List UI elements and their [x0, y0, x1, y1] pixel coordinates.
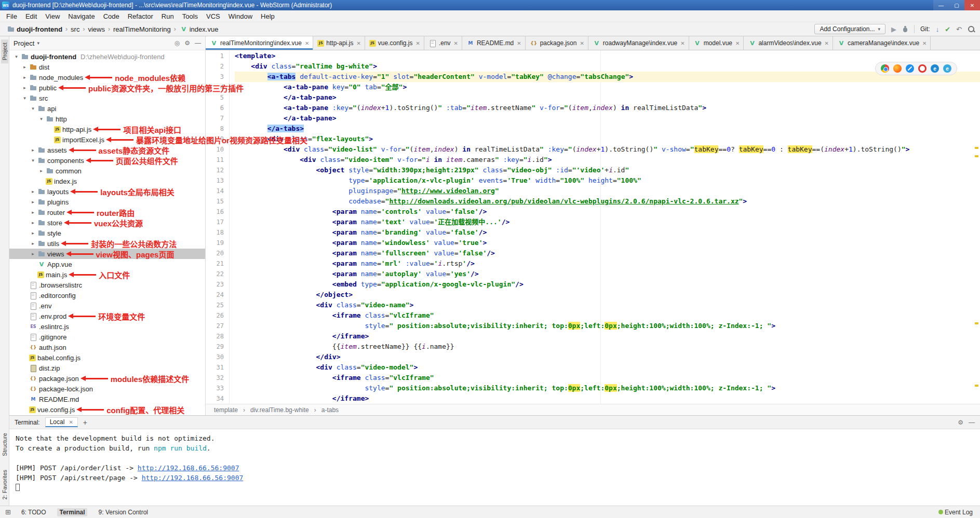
tree-item-public[interactable]: ▸publicpublic资源文件夹，一般放引用的第三方插件 — [9, 83, 205, 93]
tool-stripe-2-favorites[interactable]: 2: Favorites — [1, 467, 8, 502]
chevron-collapsed-icon[interactable]: ▸ — [29, 189, 37, 194]
breadcrumb-index-vue[interactable]: Vindex.vue — [178, 25, 220, 33]
terminal-output[interactable]: Note that the development build is not o… — [9, 429, 980, 506]
crumb-template[interactable]: template — [213, 406, 239, 414]
close-icon[interactable]: ✕ — [580, 40, 584, 46]
chevron-expanded-icon[interactable]: ▾ — [21, 96, 29, 101]
chevron-collapsed-icon[interactable]: ▸ — [29, 220, 37, 225]
tree-item-layouts[interactable]: ▸layoutslayouts全局布局相关 — [9, 186, 205, 197]
tool-stripe-project[interactable]: Project — [1, 39, 8, 63]
tab-env[interactable]: .env✕ — [424, 36, 462, 50]
chrome-icon[interactable] — [881, 64, 889, 73]
tab-roadwaymanage-index-vue[interactable]: VroadwayManage\index.vue✕ — [588, 36, 689, 50]
tree-item-http[interactable]: ▾http — [9, 114, 205, 124]
menu-item-file[interactable]: File — [2, 12, 21, 20]
menu-item-code[interactable]: Code — [99, 12, 124, 20]
tree-item-http-api-js[interactable]: JShttp-api.js项目相关api接口 — [9, 124, 205, 134]
chevron-collapsed-icon[interactable]: ▸ — [29, 251, 37, 256]
code-line-13[interactable]: type='application/x-vlc-plugin' events='… — [235, 175, 980, 186]
chevron-collapsed-icon[interactable]: ▸ — [29, 199, 37, 205]
chevron-collapsed-icon[interactable]: ▸ — [29, 147, 37, 153]
ie-icon[interactable]: e — [943, 64, 951, 73]
terminal-link[interactable]: http://192.168.66.56:9007 — [138, 464, 239, 472]
code-line-29[interactable]: {{item.streetName}} {{i.name}} — [235, 342, 980, 352]
tree-item-env[interactable]: .env — [9, 301, 205, 311]
close-icon[interactable]: ✕ — [415, 40, 420, 46]
menu-item-navigate[interactable]: Navigate — [64, 12, 99, 20]
statusbar-9-version-control[interactable]: 9: Version Control — [97, 508, 150, 516]
terminal-tab-local[interactable]: Local ✕ — [45, 417, 78, 427]
editor[interactable]: 1234567891011121314151617181920212223242… — [206, 50, 980, 404]
tree-item-store[interactable]: ▸storevuex公共资源 — [9, 217, 205, 228]
tree-item-eslintrc-js[interactable]: ES.eslintrc.js — [9, 321, 205, 332]
tree-item-vue-config-js[interactable]: JSvue.config.jsconfig配置、代理相关 — [9, 404, 205, 415]
tree-item-plugins[interactable]: ▸plugins — [9, 197, 205, 207]
hide-panel-icon[interactable]: — — [195, 39, 201, 47]
chevron-expanded-icon[interactable]: ▾ — [37, 116, 45, 121]
code-line-3[interactable]: <a-tabs default-active-key="1" slot="hea… — [235, 72, 980, 82]
tree-item-dist-zip[interactable]: dist.zip — [9, 363, 205, 373]
code-line-14[interactable]: pluginspage="http://www.videolan.org" — [235, 186, 980, 196]
code-line-7[interactable]: </a-tab-pane> — [235, 113, 980, 124]
code-line-31[interactable]: <div class="video-model"> — [235, 362, 980, 373]
git-update-icon[interactable]: ↓ — [936, 26, 939, 33]
code-line-6[interactable]: <a-tab-pane :key="(index+1).toString()" … — [235, 103, 980, 113]
tab-vue-config-js[interactable]: JSvue.config.js✕ — [365, 36, 424, 50]
tab-alarmvideos-index-vue[interactable]: ValarmVideos\index.vue✕ — [744, 36, 833, 50]
menu-item-edit[interactable]: Edit — [21, 12, 41, 20]
crumb-div-realtime-bg-white[interactable]: div.realTime.bg-white — [249, 406, 310, 414]
chevron-expanded-icon[interactable]: ▾ — [29, 158, 37, 163]
chevron-collapsed-icon[interactable]: ▸ — [29, 230, 37, 236]
code-line-8[interactable]: </a-tabs> — [235, 124, 980, 134]
edge-icon[interactable]: e — [931, 64, 939, 73]
code-line-18[interactable]: <param name='branding' value='false'/> — [235, 227, 980, 238]
close-icon[interactable]: ✕ — [922, 40, 927, 46]
chevron-expanded-icon[interactable]: ▾ — [29, 106, 37, 111]
tab-package-json[interactable]: {}package.json✕ — [526, 36, 588, 50]
menu-item-refactor[interactable]: Refactor — [124, 12, 157, 20]
tree-item-dist[interactable]: ▸dist — [9, 62, 205, 72]
chevron-collapsed-icon[interactable]: ▸ — [21, 75, 29, 80]
git-commit-icon[interactable]: ✔ — [945, 26, 950, 33]
terminal-hide-icon[interactable]: — — [969, 419, 975, 426]
menu-item-view[interactable]: View — [41, 12, 64, 20]
close-button[interactable]: ✕ — [964, 0, 980, 10]
code-line-26[interactable]: <iframe class="vlcIframe" — [235, 310, 980, 321]
code-line-20[interactable]: <param name='fullscreen' value='false'/> — [235, 248, 980, 258]
minimize-button[interactable]: — — [933, 0, 949, 10]
close-icon[interactable]: ✕ — [305, 40, 309, 46]
close-icon[interactable]: ✕ — [680, 40, 684, 46]
close-icon[interactable]: ✕ — [454, 40, 458, 46]
maximize-button[interactable]: ▢ — [949, 0, 964, 10]
tree-item-package-json[interactable]: {}package.jsonmodules依赖描述文件 — [9, 373, 205, 384]
close-icon[interactable]: ✕ — [735, 40, 740, 46]
toolwindow-switcher-icon[interactable]: ⊞ — [5, 508, 11, 516]
code-line-2[interactable]: <div class="realTime bg-white"> — [235, 61, 980, 72]
code-line-22[interactable]: <param name='autoplay' value='yes'/> — [235, 269, 980, 279]
tree-item-components[interactable]: ▾components页面公共组件文件 — [9, 155, 205, 166]
close-icon[interactable]: ✕ — [69, 419, 73, 425]
code-line-34[interactable]: </iframe> — [235, 393, 980, 404]
tree-item-babel-config-js[interactable]: JSbabel.config.js — [9, 352, 205, 363]
new-terminal-button[interactable]: + — [83, 418, 87, 427]
code-line-24[interactable]: </object> — [235, 290, 980, 300]
firefox-icon[interactable] — [893, 64, 902, 73]
code-area[interactable]: <template> <div class="realTime bg-white… — [230, 50, 980, 404]
tab-cameramanage-index-vue[interactable]: VcameraManage\index.vue✕ — [833, 36, 931, 50]
code-line-10[interactable]: <div class="video-list" v-for="(item,ind… — [235, 144, 980, 155]
chevron-collapsed-icon[interactable]: ▸ — [21, 64, 29, 70]
close-icon[interactable]: ✕ — [517, 40, 521, 46]
code-line-19[interactable]: <param name='windowless' value='true'> — [235, 238, 980, 248]
tab-http-api-js[interactable]: JShttp-api.js✕ — [313, 36, 365, 50]
tree-item-importexcel-js[interactable]: JSimportExcel.js暴露环境变量地址给图片or视频资源路径变量相关 — [9, 134, 205, 145]
code-line-11[interactable]: <div class="video-item" v-for="i in item… — [235, 155, 980, 165]
close-icon[interactable]: ✕ — [356, 40, 360, 46]
tree-item-src[interactable]: ▾src — [9, 93, 205, 103]
locate-file-icon[interactable]: ◎ — [174, 39, 180, 47]
code-line-4[interactable]: <a-tab-pane key="0" tab="全部"> — [235, 82, 980, 92]
crumb-a-tabs[interactable]: a-tabs — [320, 406, 340, 414]
chevron-collapsed-icon[interactable]: ▸ — [37, 168, 45, 173]
tree-item-browserslistrc[interactable]: .browserslistrc — [9, 280, 205, 290]
menu-item-vcs[interactable]: VCS — [202, 12, 224, 20]
code-line-23[interactable]: <embed type="application/x-google-vlc-pl… — [235, 279, 980, 290]
